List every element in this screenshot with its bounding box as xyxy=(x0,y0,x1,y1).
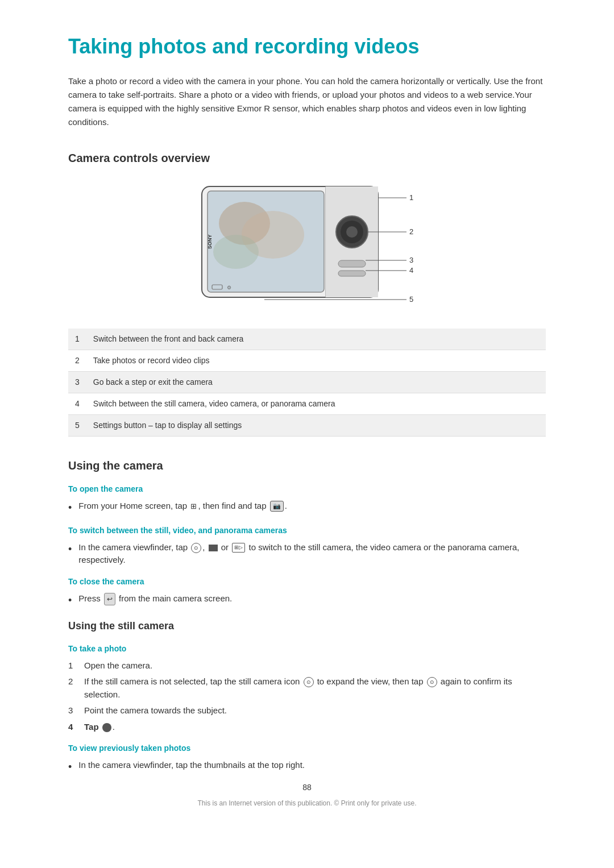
open-camera-instruction: • From your Home screen, tap ⊞, then fin… xyxy=(68,500,546,516)
camera-diagram-svg: SONY ⚙ 1 2 3 xyxy=(185,178,429,309)
take-photo-step-2: 2 If the still camera is not selected, t… xyxy=(68,675,546,701)
controls-table: 1 Switch between the front and back came… xyxy=(68,329,546,437)
take-photo-action-heading: To take a photo xyxy=(68,643,546,655)
still-camera-icon-2: ⊙ xyxy=(304,677,314,687)
view-photos-instruction: • In the camera viewfinder, tap the thum… xyxy=(68,759,546,775)
bullet-icon: • xyxy=(68,759,72,775)
step-text: Open the camera. xyxy=(84,659,152,672)
svg-text:SONY: SONY xyxy=(207,235,213,250)
bullet-icon: • xyxy=(68,542,72,557)
svg-text:3: 3 xyxy=(409,256,413,264)
take-photo-step-1: 1 Open the camera. xyxy=(68,659,546,672)
step-text: If the still camera is not selected, tap… xyxy=(84,675,546,701)
control-number: 2 xyxy=(68,350,86,371)
camera-app-icon: 📷 xyxy=(270,501,284,512)
open-camera-action-heading: To open the camera xyxy=(68,483,546,495)
step-number: 2 xyxy=(68,675,77,688)
svg-rect-12 xyxy=(338,260,366,267)
step-number: 1 xyxy=(68,659,77,672)
control-number: 5 xyxy=(68,414,86,436)
svg-text:5: 5 xyxy=(409,295,413,304)
close-camera-text: Press ↩ from the main camera screen. xyxy=(78,592,232,605)
bullet-icon: • xyxy=(68,593,72,608)
view-photos-action-heading: To view previously taken photos xyxy=(68,742,546,754)
svg-point-4 xyxy=(213,235,259,269)
table-row: 2 Take photos or record video clips xyxy=(68,350,546,371)
take-photo-step-4: 4 Tap . xyxy=(68,721,546,734)
bullet-icon: • xyxy=(68,500,72,516)
video-camera-icon xyxy=(209,545,218,551)
svg-rect-8 xyxy=(372,186,378,297)
step-number: 3 xyxy=(68,704,77,717)
table-row: 4 Switch between the still camera, video… xyxy=(68,393,546,414)
page-number: 88 xyxy=(68,782,546,794)
table-row: 5 Settings button – tap to display all s… xyxy=(68,414,546,436)
control-description: Settings button – tap to display all set… xyxy=(86,414,546,436)
control-description: Switch between the front and back camera xyxy=(86,329,546,350)
step-number: 4 xyxy=(68,721,77,734)
table-row: 3 Go back a step or exit the camera xyxy=(68,371,546,393)
using-camera-heading: Using the camera xyxy=(68,457,546,474)
control-number: 1 xyxy=(68,329,86,350)
camera-controls-heading: Camera controls overview xyxy=(68,149,546,167)
table-row: 1 Switch between the front and back came… xyxy=(68,329,546,350)
switch-cameras-action-heading: To switch between the still, video, and … xyxy=(68,525,546,537)
switch-cameras-text: In the camera viewfinder, tap ⊙, or ⊞▷ t… xyxy=(78,541,546,567)
control-number: 3 xyxy=(68,371,86,393)
camera-diagram: SONY ⚙ 1 2 3 xyxy=(68,178,546,313)
svg-point-11 xyxy=(346,226,358,238)
svg-text:2: 2 xyxy=(409,227,413,236)
view-photos-text: In the camera viewfinder, tap the thumbn… xyxy=(78,759,305,772)
take-photo-step-3: 3 Point the camera towards the subject. xyxy=(68,704,546,717)
close-camera-instruction: • Press ↩ from the main camera screen. xyxy=(68,592,546,608)
grid-icon: ⊞ xyxy=(190,501,197,512)
open-camera-text: From your Home screen, tap ⊞, then find … xyxy=(78,500,287,513)
footer-note: This is an Internet version of this publ… xyxy=(68,798,546,808)
svg-text:4: 4 xyxy=(409,266,413,275)
control-description: Go back a step or exit the camera xyxy=(86,371,546,393)
intro-text: Take a photo or record a video with the … xyxy=(68,74,546,129)
shutter-icon xyxy=(102,723,111,732)
still-camera-icon-3: ⊙ xyxy=(427,677,437,687)
still-camera-heading: Using the still camera xyxy=(68,618,546,634)
switch-cameras-instruction: • In the camera viewfinder, tap ⊙, or ⊞▷… xyxy=(68,541,546,567)
control-description: Switch between the still camera, video c… xyxy=(86,393,546,414)
step-text: Tap . xyxy=(84,721,115,734)
still-camera-icon: ⊙ xyxy=(191,543,201,553)
back-arrow-icon: ↩ xyxy=(104,593,115,605)
control-description: Take photos or record video clips xyxy=(86,350,546,371)
step-text: Point the camera towards the subject. xyxy=(84,704,227,717)
svg-text:⚙: ⚙ xyxy=(227,285,231,290)
page-title: Taking photos and recording videos xyxy=(68,34,546,59)
control-number: 4 xyxy=(68,393,86,414)
panorama-icon: ⊞▷ xyxy=(232,543,245,553)
close-camera-action-heading: To close the camera xyxy=(68,576,546,588)
svg-rect-13 xyxy=(338,271,366,276)
svg-text:1: 1 xyxy=(409,193,413,202)
